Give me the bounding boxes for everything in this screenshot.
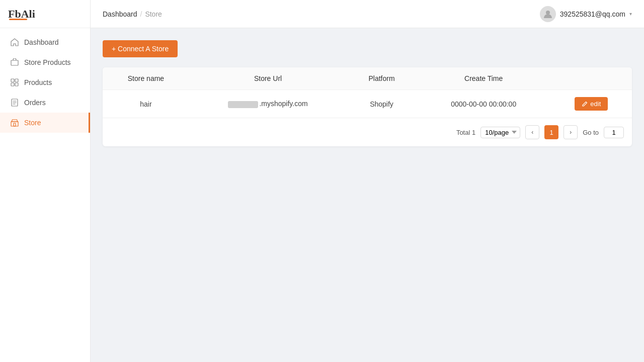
store-products-icon bbox=[10, 58, 19, 67]
main-content: Dashboard / Store 392525831@qq.com ▾ + C… bbox=[91, 0, 644, 362]
pagination: Total 1 10/page 20/page 50/page ‹ 1 › Go… bbox=[103, 118, 632, 146]
cell-platform: Shopify bbox=[347, 90, 417, 118]
store-table-card: Store name Store Url Platform Create Tim… bbox=[103, 67, 632, 146]
cell-store-url: .myshopify.com bbox=[189, 90, 347, 118]
sidebar-nav: Dashboard Store Products Products Orders bbox=[0, 28, 90, 362]
svg-rect-7 bbox=[14, 123, 16, 126]
sidebar-item-store-products-label: Store Products bbox=[24, 58, 71, 66]
breadcrumb: Dashboard / Store bbox=[103, 10, 162, 18]
sidebar-item-products[interactable]: Products bbox=[0, 72, 90, 93]
svg-rect-3 bbox=[11, 83, 14, 86]
blurred-url bbox=[228, 101, 258, 108]
sidebar-item-products-label: Products bbox=[24, 78, 52, 86]
col-actions bbox=[551, 67, 632, 90]
url-suffix: .myshopify.com bbox=[259, 100, 307, 108]
chevron-down-icon: ▾ bbox=[629, 11, 632, 17]
goto-input[interactable] bbox=[604, 127, 624, 138]
table-row: hair .myshopify.com Shopify 0000-00-00 0… bbox=[103, 90, 632, 118]
goto-label: Go to bbox=[583, 129, 599, 136]
svg-rect-6 bbox=[11, 122, 18, 126]
svg-point-8 bbox=[546, 11, 550, 15]
prev-page-button[interactable]: ‹ bbox=[525, 125, 539, 139]
home-icon bbox=[10, 38, 19, 47]
user-menu[interactable]: 392525831@qq.com ▾ bbox=[540, 6, 632, 22]
sidebar-item-store[interactable]: Store bbox=[0, 113, 90, 133]
avatar bbox=[540, 6, 556, 22]
breadcrumb-separator: / bbox=[140, 10, 142, 18]
svg-rect-0 bbox=[11, 60, 18, 65]
total-label: Total 1 bbox=[456, 129, 475, 136]
orders-icon bbox=[10, 98, 19, 107]
sidebar-item-store-label: Store bbox=[24, 119, 41, 127]
svg-rect-4 bbox=[15, 83, 18, 86]
sidebar-item-dashboard[interactable]: Dashboard bbox=[0, 32, 90, 52]
per-page-select[interactable]: 10/page 20/page 50/page bbox=[480, 127, 520, 138]
edit-label: edit bbox=[590, 100, 601, 108]
breadcrumb-parent: Dashboard bbox=[103, 10, 137, 18]
page-content: + Connect A Store Store name Store Url P… bbox=[91, 28, 644, 362]
col-store-name: Store name bbox=[103, 67, 189, 90]
sidebar-item-store-products[interactable]: Store Products bbox=[0, 52, 90, 72]
next-page-button[interactable]: › bbox=[564, 125, 578, 139]
cell-store-name: hair bbox=[103, 90, 189, 118]
cell-edit: edit bbox=[551, 90, 632, 118]
brand-name: FbAli bbox=[8, 8, 35, 21]
col-store-url: Store Url bbox=[189, 67, 347, 90]
current-page-number: 1 bbox=[544, 125, 558, 139]
sidebar-item-orders[interactable]: Orders bbox=[0, 93, 90, 113]
sidebar: FbAli Dashboard Store Products Products bbox=[0, 0, 91, 362]
col-platform: Platform bbox=[347, 67, 417, 90]
col-create-time: Create Time bbox=[417, 67, 551, 90]
connect-store-button[interactable]: + Connect A Store bbox=[103, 40, 178, 57]
sidebar-item-dashboard-label: Dashboard bbox=[24, 38, 59, 46]
store-table: Store name Store Url Platform Create Tim… bbox=[103, 67, 632, 118]
user-email: 392525831@qq.com bbox=[560, 10, 625, 18]
logo: FbAli bbox=[0, 0, 90, 28]
store-icon bbox=[10, 118, 19, 127]
products-icon bbox=[10, 78, 19, 87]
breadcrumb-current: Store bbox=[145, 10, 162, 18]
edit-button[interactable]: edit bbox=[575, 97, 608, 111]
header: Dashboard / Store 392525831@qq.com ▾ bbox=[91, 0, 644, 28]
sidebar-item-orders-label: Orders bbox=[24, 99, 46, 107]
svg-rect-1 bbox=[11, 79, 14, 82]
svg-rect-2 bbox=[15, 79, 18, 82]
cell-create-time: 0000-00-00 00:00:00 bbox=[417, 90, 551, 118]
